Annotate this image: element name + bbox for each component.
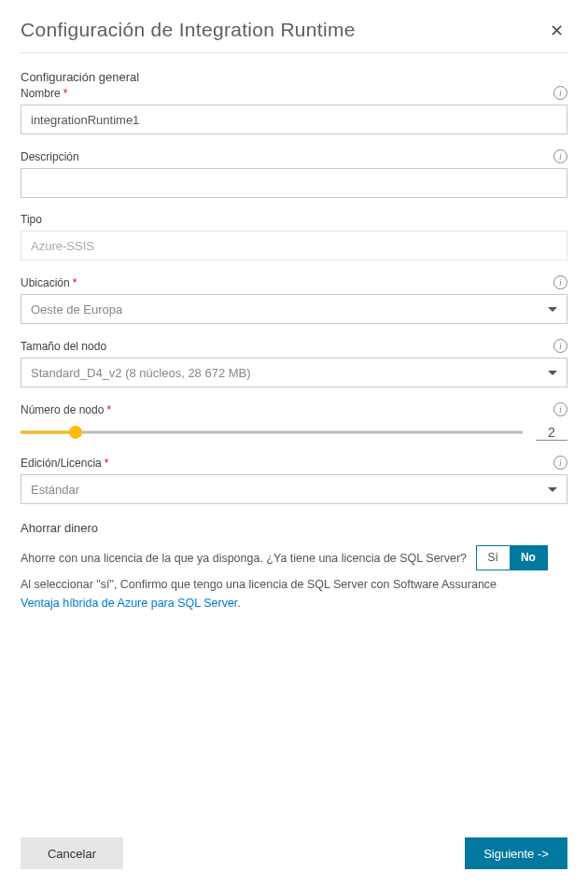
required-marker: * — [105, 457, 109, 470]
label-location: Ubicación — [21, 276, 70, 289]
label-edition: Edición/Licencia — [21, 457, 102, 470]
select-edition[interactable]: Estándar — [21, 474, 567, 504]
hybrid-benefit-link[interactable]: Ventaja híbrida de Azure para SQL Server — [21, 597, 237, 610]
input-name[interactable] — [21, 105, 567, 134]
required-marker: * — [73, 276, 77, 289]
info-icon[interactable]: i — [553, 339, 567, 353]
toggle-no[interactable]: No — [510, 546, 547, 570]
section-general-title: Configuración general — [21, 70, 567, 84]
field-type: Tipo Azure-SSIS — [21, 213, 567, 260]
chevron-down-icon — [548, 371, 557, 375]
panel-footer: Cancelar Siguiente -> — [21, 837, 567, 869]
value-node-size: Standard_D4_v2 (8 núcleos, 28 672 MB) — [31, 366, 548, 380]
info-icon[interactable]: i — [553, 275, 567, 289]
cancel-button[interactable]: Cancelar — [21, 837, 123, 869]
field-location: Ubicación * i Oeste de Europa — [21, 275, 567, 324]
label-description: Descripción — [21, 150, 79, 163]
chevron-down-icon — [548, 307, 557, 312]
section-save-money: Ahorrar dinero Ahorre con una licencia d… — [21, 519, 567, 616]
value-location: Oeste de Europa — [31, 302, 548, 316]
field-description: Descripción i — [21, 149, 567, 198]
field-name: Nombre * i — [21, 86, 567, 134]
slider-track — [21, 431, 523, 434]
select-location[interactable]: Oeste de Europa — [21, 294, 567, 324]
toggle-yes[interactable]: Sí — [477, 546, 510, 570]
field-edition: Edición/Licencia * i Estándar — [21, 456, 567, 504]
value-type: Azure-SSIS — [31, 239, 94, 253]
slider-node-count[interactable] — [21, 424, 523, 441]
panel-header: Configuración de Integration Runtime ✕ — [21, 19, 567, 53]
input-node-count[interactable] — [536, 425, 567, 441]
label-type: Tipo — [21, 213, 42, 226]
save-money-line2-text: Al seleccionar "sí", Confirmo que tengo … — [21, 578, 497, 591]
chevron-down-icon — [548, 487, 557, 492]
save-money-line1-text: Ahorre con una licencia de la que ya dis… — [21, 552, 467, 565]
readonly-type: Azure-SSIS — [21, 231, 567, 260]
save-money-line2: Al seleccionar "sí", Confirmo que tengo … — [21, 575, 567, 612]
input-description[interactable] — [21, 168, 567, 198]
panel-title: Configuración de Integration Runtime — [21, 19, 356, 41]
slider-thumb[interactable] — [69, 426, 82, 439]
field-node-count: Número de nodo * i — [21, 402, 567, 441]
save-money-title: Ahorrar dinero — [21, 519, 567, 539]
save-money-line1: Ahorre con una licencia de la que ya dis… — [21, 546, 567, 571]
required-marker: * — [63, 87, 68, 100]
select-node-size[interactable]: Standard_D4_v2 (8 núcleos, 28 672 MB) — [21, 358, 567, 387]
field-node-size: Tamaño del nodo i Standard_D4_v2 (8 núcl… — [21, 339, 567, 387]
link-suffix: . — [237, 597, 240, 610]
label-name: Nombre — [21, 87, 61, 100]
next-button[interactable]: Siguiente -> — [465, 837, 567, 869]
license-toggle: Sí No — [476, 545, 548, 570]
close-icon[interactable]: ✕ — [546, 19, 567, 43]
label-node-count: Número de nodo — [21, 403, 104, 416]
info-icon[interactable]: i — [553, 456, 567, 470]
slider-track-fill — [21, 431, 76, 434]
label-node-size: Tamaño del nodo — [21, 340, 106, 353]
value-edition: Estándar — [31, 483, 548, 497]
info-icon[interactable]: i — [553, 149, 567, 163]
info-icon[interactable]: i — [553, 402, 567, 416]
ir-config-panel: Configuración de Integration Runtime ✕ C… — [0, 0, 588, 886]
required-marker: * — [106, 403, 111, 416]
info-icon[interactable]: i — [553, 86, 567, 100]
